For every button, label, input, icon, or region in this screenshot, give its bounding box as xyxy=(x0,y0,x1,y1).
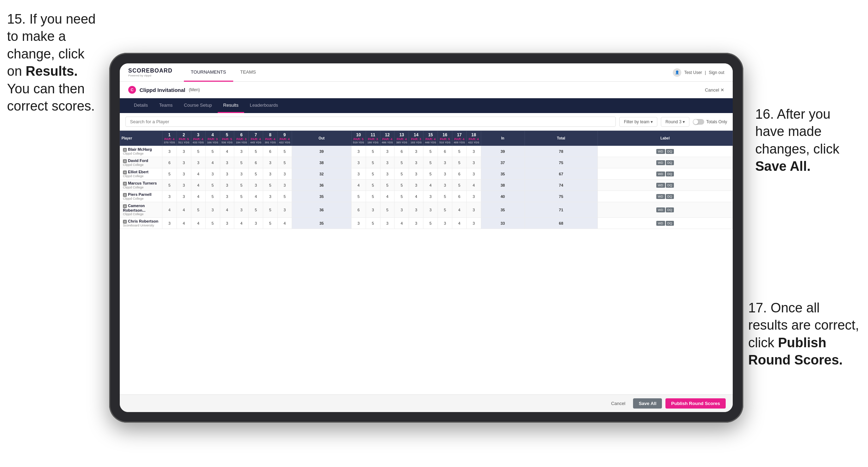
score-h2[interactable]: 3 xyxy=(176,191,191,202)
score-h4[interactable]: 5 xyxy=(205,146,220,157)
label-wd-btn[interactable]: WD xyxy=(656,172,665,176)
score-h15[interactable]: 5 xyxy=(423,146,438,157)
score-h16[interactable]: 6 xyxy=(438,146,452,157)
score-h8[interactable]: 5 xyxy=(263,180,278,191)
tab-course-setup[interactable]: Course Setup xyxy=(178,98,218,113)
score-h7[interactable]: 5 xyxy=(249,146,263,157)
tab-details[interactable]: Details xyxy=(128,98,154,113)
filter-team-btn[interactable]: Filter by team ▾ xyxy=(619,117,657,127)
score-h17[interactable]: 4 xyxy=(452,218,466,229)
score-h18[interactable]: 3 xyxy=(466,218,481,229)
score-h12[interactable]: 3 xyxy=(380,157,395,168)
score-h2[interactable]: 3 xyxy=(176,157,191,168)
score-h17[interactable]: 5 xyxy=(452,157,466,168)
score-h4[interactable]: 4 xyxy=(205,157,220,168)
score-h6[interactable]: 4 xyxy=(234,218,249,229)
score-h4[interactable]: 3 xyxy=(205,202,220,218)
score-h12[interactable]: 3 xyxy=(380,218,395,229)
score-h4[interactable]: 5 xyxy=(205,180,220,191)
label-dq-btn[interactable]: DQ xyxy=(666,160,674,165)
score-h6[interactable]: 3 xyxy=(234,202,249,218)
label-dq-btn[interactable]: DQ xyxy=(666,207,674,212)
score-h18[interactable]: 3 xyxy=(466,146,481,157)
score-h16[interactable]: 5 xyxy=(438,202,452,218)
score-h17[interactable]: 6 xyxy=(452,191,466,202)
score-h5[interactable]: 3 xyxy=(220,218,234,229)
score-h1[interactable]: 3 xyxy=(162,146,177,157)
score-h12[interactable]: 3 xyxy=(380,168,395,180)
totals-toggle[interactable] xyxy=(693,119,704,125)
score-h7[interactable]: 5 xyxy=(249,168,263,180)
score-h11[interactable]: 5 xyxy=(366,146,380,157)
score-h9[interactable]: 3 xyxy=(278,202,292,218)
score-h2[interactable]: 3 xyxy=(176,168,191,180)
score-h7[interactable]: 5 xyxy=(249,202,263,218)
score-h1[interactable]: 4 xyxy=(162,202,177,218)
search-input[interactable] xyxy=(125,117,616,127)
save-all-btn[interactable]: Save All xyxy=(633,398,662,409)
score-h10[interactable]: 3 xyxy=(351,146,366,157)
label-dq-btn[interactable]: DQ xyxy=(666,183,674,188)
score-h1[interactable]: 6 xyxy=(162,157,177,168)
score-h11[interactable]: 5 xyxy=(366,168,380,180)
score-h16[interactable]: 3 xyxy=(438,218,452,229)
score-h13[interactable]: 5 xyxy=(395,168,409,180)
label-dq-btn[interactable]: DQ xyxy=(666,172,674,176)
score-h13[interactable]: 5 xyxy=(395,157,409,168)
score-h10[interactable]: 3 xyxy=(351,218,366,229)
score-h4[interactable]: 5 xyxy=(205,191,220,202)
score-h2[interactable]: 3 xyxy=(176,146,191,157)
score-h7[interactable]: 6 xyxy=(249,157,263,168)
nav-teams[interactable]: TEAMS xyxy=(233,63,263,82)
score-h8[interactable]: 5 xyxy=(263,218,278,229)
score-h18[interactable]: 3 xyxy=(466,202,481,218)
score-h18[interactable]: 3 xyxy=(466,157,481,168)
score-h2[interactable]: 4 xyxy=(176,202,191,218)
score-h3[interactable]: 4 xyxy=(191,168,205,180)
round-selector-btn[interactable]: Round 3 ▾ xyxy=(661,117,689,127)
score-h16[interactable]: 3 xyxy=(438,168,452,180)
score-h13[interactable]: 3 xyxy=(395,202,409,218)
score-h13[interactable]: 6 xyxy=(395,146,409,157)
score-h9[interactable]: 3 xyxy=(278,180,292,191)
score-h12[interactable]: 4 xyxy=(380,191,395,202)
score-h7[interactable]: 4 xyxy=(249,191,263,202)
score-h6[interactable]: 5 xyxy=(234,157,249,168)
score-h5[interactable]: 3 xyxy=(220,180,234,191)
score-h16[interactable]: 5 xyxy=(438,191,452,202)
score-h2[interactable]: 4 xyxy=(176,218,191,229)
score-h17[interactable]: 5 xyxy=(452,180,466,191)
score-h12[interactable]: 5 xyxy=(380,180,395,191)
score-h11[interactable]: 5 xyxy=(366,180,380,191)
label-dq-btn[interactable]: DQ xyxy=(666,221,674,226)
score-h7[interactable]: 3 xyxy=(249,180,263,191)
label-wd-btn[interactable]: WD xyxy=(656,221,665,226)
tab-results[interactable]: Results xyxy=(218,98,244,113)
score-h9[interactable]: 5 xyxy=(278,146,292,157)
score-h1[interactable]: 3 xyxy=(162,218,177,229)
score-h17[interactable]: 5 xyxy=(452,146,466,157)
label-wd-btn[interactable]: WD xyxy=(656,183,665,188)
score-h8[interactable]: 3 xyxy=(263,157,278,168)
score-h6[interactable]: 3 xyxy=(234,146,249,157)
score-h10[interactable]: 4 xyxy=(351,180,366,191)
score-h13[interactable]: 5 xyxy=(395,180,409,191)
score-h14[interactable]: 3 xyxy=(409,157,423,168)
score-h6[interactable]: 5 xyxy=(234,191,249,202)
score-h4[interactable]: 3 xyxy=(205,168,220,180)
score-h15[interactable]: 5 xyxy=(423,157,438,168)
cancel-tournament-btn[interactable]: Cancel ✕ xyxy=(705,87,724,93)
score-h15[interactable]: 3 xyxy=(423,191,438,202)
footer-cancel-btn[interactable]: Cancel xyxy=(607,399,630,408)
score-h14[interactable]: 3 xyxy=(409,218,423,229)
score-h6[interactable]: 5 xyxy=(234,180,249,191)
label-wd-btn[interactable]: WD xyxy=(656,194,665,199)
score-h12[interactable]: 3 xyxy=(380,146,395,157)
score-h8[interactable]: 6 xyxy=(263,146,278,157)
score-h11[interactable]: 5 xyxy=(366,157,380,168)
score-h5[interactable]: 3 xyxy=(220,157,234,168)
score-h9[interactable]: 5 xyxy=(278,157,292,168)
score-h10[interactable]: 3 xyxy=(351,168,366,180)
score-h9[interactable]: 4 xyxy=(278,218,292,229)
score-h14[interactable]: 3 xyxy=(409,146,423,157)
